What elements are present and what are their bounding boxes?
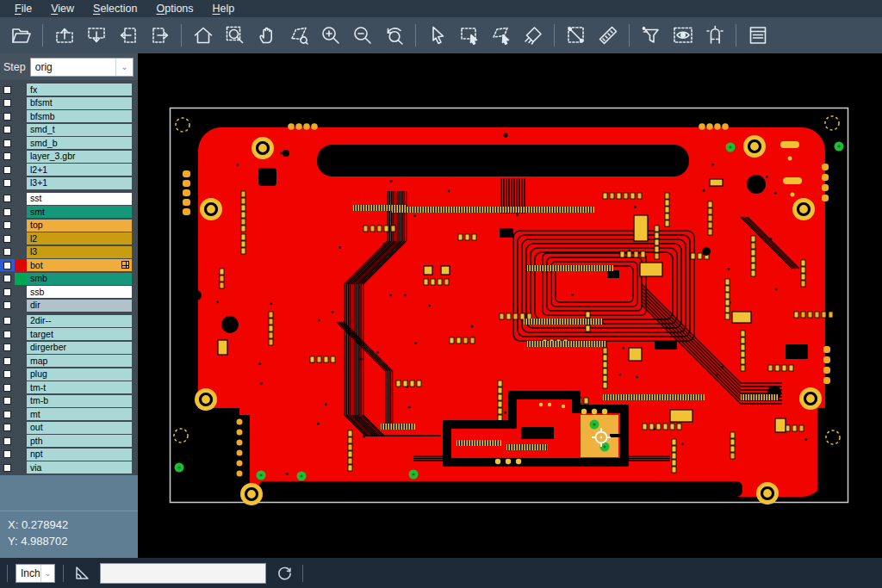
layer-label-smd_t[interactable]: smd_t [27,124,132,136]
layer-checkbox-smt[interactable] [0,206,15,218]
layer-checkbox-dirgerber[interactable] [0,342,15,354]
layer-checkbox-sst[interactable] [0,193,15,205]
filter-button[interactable] [635,21,667,50]
layer-label-l2+1[interactable]: l2+1 [27,164,132,176]
layer-label-npt[interactable]: npt [27,449,132,461]
zoom-polygon-button[interactable] [283,21,314,50]
layer-color-swatch-l2[interactable] [15,232,27,244]
layer-label-ssb[interactable]: ssb [27,286,132,298]
select-rectangle-button[interactable] [453,21,485,50]
layer-label-l2[interactable]: l2 [27,232,132,244]
layer-label-bot[interactable]: bot [27,259,132,271]
zoom-window-button[interactable] [219,21,251,50]
layer-checkbox-2dir--[interactable] [0,315,15,327]
layer-checkbox-tm-b[interactable] [0,395,15,407]
layer-checkbox-fx[interactable] [0,84,15,96]
snap-button[interactable] [699,21,730,50]
layer-color-swatch-tm-b[interactable] [15,395,27,407]
layer-color-swatch-layer_3.gbr[interactable] [15,151,27,163]
layer-label-smd_b[interactable]: smd_b [27,137,132,149]
menu-view[interactable]: View [41,0,84,17]
layer-checkbox-bfsmb[interactable] [0,110,15,122]
zoom-previous-button[interactable] [378,21,410,50]
layer-label-l3+1[interactable]: l3+1 [27,177,132,189]
layer-color-swatch-plug[interactable] [15,368,27,381]
layer-checkbox-via[interactable] [0,461,15,473]
layer-color-swatch-smt[interactable] [15,206,27,218]
layer-label-sst[interactable]: sst [27,193,132,205]
layer-color-swatch-l3[interactable] [15,246,27,258]
layer-color-swatch-2dir--[interactable] [15,315,27,327]
layer-checkbox-l2+1[interactable] [0,164,15,176]
layer-color-swatch-via[interactable] [15,461,27,473]
layer-checkbox-out[interactable] [0,422,15,434]
layer-color-swatch-l2+1[interactable] [15,164,27,176]
layer-color-swatch-mt[interactable] [15,408,27,420]
layer-label-layer_3.gbr[interactable]: layer_3.gbr [27,151,132,163]
layer-color-swatch-top[interactable] [15,220,27,232]
menu-selection[interactable]: Selection [84,0,146,17]
layer-checkbox-plug[interactable] [0,368,15,381]
zoom-in-button[interactable] [314,21,346,50]
layer-color-swatch-smd_t[interactable] [15,124,27,136]
layer-label-dir[interactable]: dir [27,300,132,312]
layer-color-swatch-smb[interactable] [15,273,27,285]
measure-distance-button[interactable] [560,21,592,50]
menu-options[interactable]: Options [146,0,202,17]
layers-panel-button[interactable] [742,21,773,50]
layer-color-swatch-target[interactable] [15,328,27,340]
layer-color-swatch-tm-t[interactable] [15,381,27,393]
layer-checkbox-mt[interactable] [0,408,15,420]
layer-checkbox-smd_b[interactable] [0,137,15,149]
layer-color-swatch-ssb[interactable] [15,286,27,298]
layer-label-pth[interactable]: pth [27,435,132,447]
grid-icon[interactable] [121,261,129,269]
layer-label-fx[interactable]: fx [27,84,132,96]
zoom-out-button[interactable] [346,21,378,50]
layer-label-target[interactable]: target [27,328,132,340]
step-select[interactable]: orig ⌄ [30,58,134,77]
layer-checkbox-layer_3.gbr[interactable] [0,151,15,163]
layer-label-tm-b[interactable]: tm-b [27,395,132,407]
ruler-button[interactable] [592,21,624,50]
layer-label-tm-t[interactable]: tm-t [27,381,132,393]
layer-color-swatch-out[interactable] [15,422,27,434]
layer-checkbox-target[interactable] [0,328,15,340]
home-view-button[interactable] [187,21,219,50]
layer-color-swatch-bot[interactable] [15,259,27,271]
layer-checkbox-bot[interactable] [0,259,15,271]
layer-label-dirgerber[interactable]: dirgerber [27,342,132,354]
layer-label-bfsmt[interactable]: bfsmt [27,97,132,109]
layer-label-via[interactable]: via [27,461,132,473]
layer-checkbox-l3[interactable] [0,246,15,258]
layer-color-swatch-smd_b[interactable] [15,137,27,149]
layer-checkbox-smb[interactable] [0,273,15,285]
layer-label-l3[interactable]: l3 [27,246,132,258]
refresh-button[interactable] [274,563,295,584]
layer-checkbox-pth[interactable] [0,435,15,447]
layer-label-mt[interactable]: mt [27,408,132,420]
layer-checkbox-top[interactable] [0,220,15,232]
pcb-canvas[interactable] [138,53,882,558]
move-left-button[interactable] [112,21,144,50]
layer-checkbox-dir[interactable] [0,300,15,312]
layer-label-out[interactable]: out [27,422,132,434]
layer-label-plug[interactable]: plug [27,368,132,381]
units-select[interactable]: Inch ⌄ [16,564,55,583]
layer-color-swatch-pth[interactable] [15,435,27,447]
layer-color-swatch-dir[interactable] [15,300,27,312]
menu-file[interactable]: File [5,0,41,17]
view-region-button[interactable] [667,21,699,50]
menu-help[interactable]: Help [203,0,245,17]
layer-color-swatch-bfsmb[interactable] [15,110,27,122]
command-input[interactable] [100,563,266,584]
select-cursor-button[interactable] [421,21,453,50]
layer-color-swatch-sst[interactable] [15,193,27,205]
pan-button[interactable] [251,21,283,50]
layer-label-smt[interactable]: smt [27,206,132,218]
select-polygon-button[interactable] [485,21,517,50]
layer-color-swatch-bfsmt[interactable] [15,97,27,109]
layer-checkbox-tm-t[interactable] [0,381,15,393]
layer-color-swatch-dirgerber[interactable] [15,342,27,354]
layer-label-bfsmb[interactable]: bfsmb [27,110,132,122]
